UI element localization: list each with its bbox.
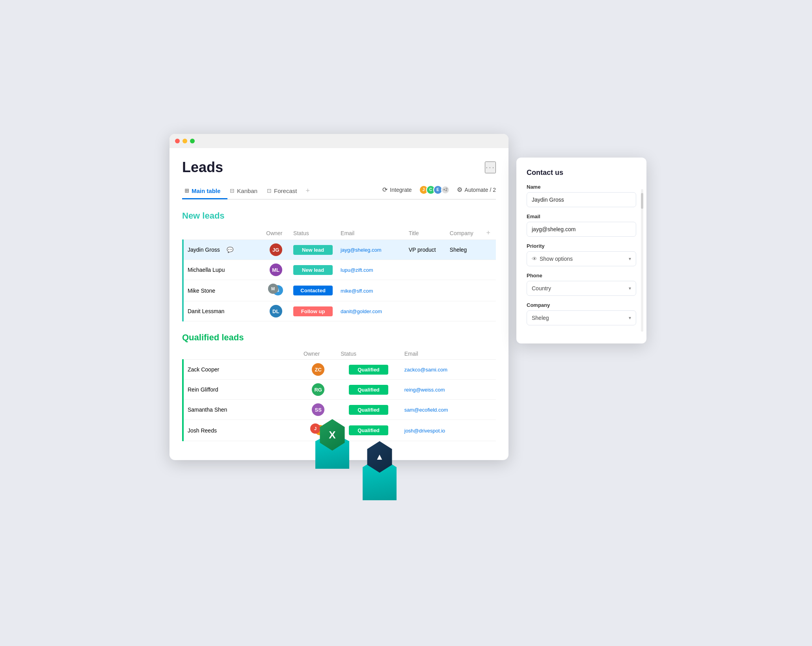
table-row[interactable]: Mike Stone M S Contacted mike@sff.com xyxy=(183,280,496,301)
eye-icon: 👁 xyxy=(532,256,537,262)
more-button[interactable]: ··· xyxy=(485,162,496,173)
traffic-light-green[interactable] xyxy=(190,139,195,143)
col-header-add[interactable]: + xyxy=(480,226,496,240)
cell-status: Follow up xyxy=(289,301,337,321)
cell-status: Qualified xyxy=(337,360,400,380)
page-header: Leads ··· xyxy=(182,159,496,176)
cell-status: Contacted xyxy=(289,280,337,301)
excel-integration-badge: X xyxy=(315,429,349,469)
email-field[interactable] xyxy=(527,222,636,237)
cell-status: Qualified xyxy=(337,380,400,400)
scrollbar-thumb[interactable] xyxy=(641,193,643,209)
window-titlebar xyxy=(169,134,508,148)
scrollbar-track xyxy=(641,189,643,332)
chevron-down-icon: ▾ xyxy=(629,256,631,262)
col-header-status: Status xyxy=(289,226,337,240)
owner-avatar: ZC xyxy=(312,363,324,376)
table-row[interactable]: Danit Lessman DL Follow up danit@golder.… xyxy=(183,301,496,321)
owner-avatar: DL xyxy=(270,305,282,317)
table-row[interactable]: Jaydin Gross 💬 JG New lead jayg@sheleg.c… xyxy=(183,240,496,260)
integrate-button[interactable]: ⟳ Integrate xyxy=(382,186,412,193)
new-leads-section-title: New leads xyxy=(182,211,496,221)
priority-placeholder: Show options xyxy=(540,256,573,262)
cell-company: Sheleg xyxy=(446,240,481,260)
cell-name: Danit Lessman xyxy=(183,301,262,321)
table-row[interactable]: Samantha Shen SS Qualified sam@ecofield.… xyxy=(183,400,496,420)
cell-owner: ML xyxy=(262,260,289,280)
cell-status: New lead xyxy=(289,260,337,280)
traffic-light-yellow[interactable] xyxy=(183,139,187,143)
cell-title: VP product xyxy=(405,240,446,260)
main-window: Leads ··· ⊞ Main table ⊟ Kanban ⊡ Foreca… xyxy=(169,134,508,460)
priority-select[interactable]: 👁 Show options ▾ xyxy=(527,251,636,266)
cell-name: Jaydin Gross 💬 xyxy=(183,240,262,260)
priority-label: Priority xyxy=(527,243,636,249)
col-header-name xyxy=(183,226,262,240)
owner-avatar: JG xyxy=(270,243,282,256)
cell-company xyxy=(446,260,481,280)
page-title: Leads xyxy=(182,159,223,176)
cell-name: Mike Stone xyxy=(183,280,262,301)
cell-email: jayg@sheleg.com xyxy=(337,240,405,260)
new-leads-table: Owner Status Email Title Company + Jaydi… xyxy=(182,226,496,321)
automate-icon: ⚙ xyxy=(457,186,462,193)
table-row[interactable]: Rein Glifford RG Qualified reing@weiss.c… xyxy=(183,380,496,400)
cell-name: Michaella Lupu xyxy=(183,260,262,280)
cell-email: lupu@zift.com xyxy=(337,260,405,280)
avatar-overflow: +2 xyxy=(441,186,450,194)
table-row[interactable]: Zack Cooper ZC Qualified zackco@sami.com xyxy=(183,360,496,380)
tab-kanban[interactable]: ⊟ Kanban xyxy=(227,184,264,199)
cell-email: danit@golder.com xyxy=(337,301,405,321)
add-tab-button[interactable]: + xyxy=(304,184,315,199)
cell-title xyxy=(405,260,446,280)
col-header-status-q: Status xyxy=(337,348,400,360)
chevron-down-icon-2: ▾ xyxy=(629,286,631,291)
chat-icon[interactable]: 💬 xyxy=(225,244,236,255)
name-field[interactable] xyxy=(527,192,636,207)
col-header-owner: Owner xyxy=(262,226,289,240)
owner-avatar-dual: M S xyxy=(268,284,284,296)
col-header-email: Email xyxy=(337,226,405,240)
country-placeholder: Country xyxy=(532,285,551,291)
owner-avatar: ML xyxy=(270,264,282,276)
cell-owner: M S xyxy=(262,280,289,301)
col-header-email-q: Email xyxy=(400,348,496,360)
traffic-light-red[interactable] xyxy=(175,139,180,143)
cell-owner: ZC xyxy=(300,360,337,380)
tab-main-table[interactable]: ⊞ Main table xyxy=(182,184,227,199)
table-row[interactable]: Michaella Lupu ML New lead lupu@zift.com xyxy=(183,260,496,280)
contact-panel: Contact us Name Email Priority 👁 Show op… xyxy=(516,158,646,343)
automate-button[interactable]: ⚙ Automate / 2 xyxy=(457,186,496,193)
cell-email: josh@drivespot.io xyxy=(400,420,496,441)
company-select[interactable]: Sheleg ▾ xyxy=(527,310,636,325)
cell-email: sam@ecofield.com xyxy=(400,400,496,420)
cell-email: mike@sff.com xyxy=(337,280,405,301)
cell-owner: DL xyxy=(262,301,289,321)
name-label: Name xyxy=(527,184,636,190)
cell-title xyxy=(405,280,446,301)
cell-company xyxy=(446,301,481,321)
cell-company xyxy=(446,280,481,301)
chevron-down-icon-3: ▾ xyxy=(629,315,631,321)
cell-email: reing@weiss.com xyxy=(400,380,496,400)
phone-country-select[interactable]: Country ▾ xyxy=(527,281,636,296)
email-label: Email xyxy=(527,213,636,219)
forecast-icon: ⊡ xyxy=(267,187,272,194)
col-header-owner-q: Owner xyxy=(300,348,337,360)
monday-integration-badge: ▲ xyxy=(363,453,397,500)
cell-name: Rein Glifford xyxy=(183,380,300,400)
cell-status: New lead xyxy=(289,240,337,260)
company-label: Company xyxy=(527,302,636,308)
grid-icon: ⊞ xyxy=(184,187,189,194)
company-value: Sheleg xyxy=(532,315,549,321)
tab-forecast[interactable]: ⊡ Forecast xyxy=(264,184,304,199)
phone-label: Phone xyxy=(527,273,636,278)
owner-avatar: SS xyxy=(312,403,324,416)
cell-status: Qualified xyxy=(337,400,400,420)
cell-name: Zack Cooper xyxy=(183,360,300,380)
contact-panel-title: Contact us xyxy=(527,169,636,177)
collaborator-avatars: J C E +2 xyxy=(419,185,450,195)
kanban-icon: ⊟ xyxy=(230,187,235,194)
col-header-company: Company xyxy=(446,226,481,240)
qualified-leads-section-title: Qualified leads xyxy=(182,332,496,343)
